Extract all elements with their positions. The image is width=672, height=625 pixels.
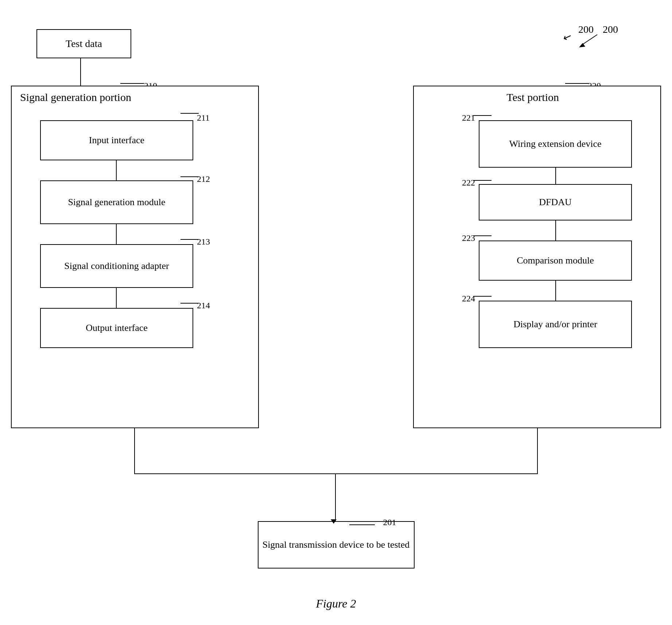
ref-221: 221 bbox=[462, 113, 475, 123]
ref-221-line bbox=[473, 115, 492, 116]
ref-211-line bbox=[180, 113, 199, 114]
display-box: Display and/or printer bbox=[479, 301, 632, 348]
output-interface-label: Output interface bbox=[86, 322, 148, 334]
wiring-ext-box: Wiring extension device bbox=[479, 120, 632, 168]
connector-2-3 bbox=[116, 224, 117, 244]
connector-r3-4 bbox=[555, 281, 556, 301]
comparison-box: Comparison module bbox=[479, 241, 632, 281]
ref-214-line bbox=[180, 303, 199, 304]
connector-r1-2 bbox=[555, 168, 556, 184]
ref-212: 212 bbox=[197, 174, 210, 184]
signal-trans-box: Signal transmission device to be tested bbox=[258, 521, 415, 569]
input-interface-box: Input interface bbox=[40, 120, 193, 160]
ref-222-line bbox=[473, 180, 492, 181]
signal-trans-label: Signal transmission device to be tested bbox=[263, 538, 410, 551]
connector-1-2 bbox=[116, 160, 117, 180]
line-center-down bbox=[335, 473, 336, 522]
line-left-horiz bbox=[134, 473, 336, 474]
ref-201: 201 bbox=[383, 517, 396, 527]
display-label: Display and/or printer bbox=[513, 318, 597, 331]
signal-gen-label: Signal generation portion bbox=[20, 91, 131, 103]
signal-gen-module-box: Signal generation module bbox=[40, 180, 193, 224]
ref-201-line bbox=[349, 524, 375, 525]
input-interface-label: Input interface bbox=[89, 134, 144, 147]
connector-r2-3 bbox=[555, 220, 556, 241]
test-portion-label: Test portion bbox=[506, 91, 559, 103]
line-left-down bbox=[134, 428, 135, 474]
ref-222: 222 bbox=[462, 178, 475, 188]
ref-214: 214 bbox=[197, 301, 210, 310]
ref-213-line bbox=[180, 239, 199, 240]
output-interface-box: Output interface bbox=[40, 308, 193, 348]
line-right-horiz bbox=[336, 473, 538, 474]
comparison-label: Comparison module bbox=[517, 254, 594, 267]
signal-cond-box: Signal conditioning adapter bbox=[40, 244, 193, 288]
ref-224-line bbox=[473, 296, 492, 297]
dfdau-box: DFDAU bbox=[479, 184, 632, 220]
ref-210-line bbox=[120, 83, 144, 84]
svg-text:200: 200 bbox=[603, 24, 618, 35]
line-right-down bbox=[537, 428, 538, 474]
arrow-center-down bbox=[331, 519, 337, 524]
test-data-label: Test data bbox=[66, 38, 102, 50]
dfdau-label: DFDAU bbox=[539, 196, 572, 208]
test-data-box: Test data bbox=[36, 29, 131, 58]
ref-213: 213 bbox=[197, 237, 210, 247]
ref-220-line bbox=[565, 83, 589, 84]
ref-223: 223 bbox=[462, 233, 475, 243]
wiring-ext-label: Wiring extension device bbox=[509, 138, 601, 150]
signal-gen-module-label: Signal generation module bbox=[68, 196, 165, 208]
ref-224: 224 bbox=[462, 294, 475, 304]
ref-200-svg: 200 bbox=[570, 22, 625, 51]
test-data-arrow bbox=[80, 58, 81, 87]
signal-cond-label: Signal conditioning adapter bbox=[64, 260, 169, 272]
connector-3-4 bbox=[116, 288, 117, 308]
ref-212-line bbox=[180, 176, 199, 177]
ref-211: 211 bbox=[197, 113, 210, 123]
figure-label: Figure 2 bbox=[316, 597, 356, 610]
ref-223-line bbox=[473, 235, 492, 236]
